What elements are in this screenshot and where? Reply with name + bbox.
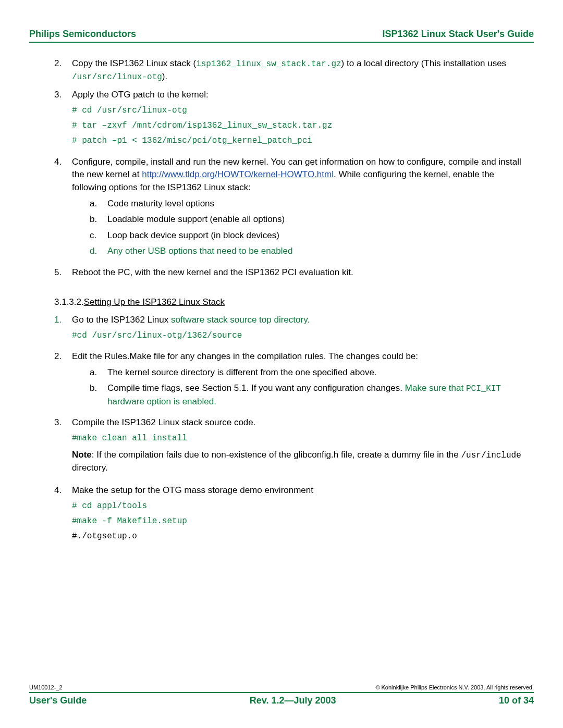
header-left: Philips Semiconductors (29, 29, 136, 40)
list-body: Make the setup for the OTG mass storage … (72, 484, 529, 546)
sub-letter: b. (90, 213, 107, 226)
list-number: 4. (54, 156, 72, 261)
footer-bottom: User's Guide Rev. 1.2—July 2003 10 of 34 (29, 693, 534, 706)
list-number: 2. (54, 350, 72, 411)
text: ) to a local directory (This installatio… (341, 58, 507, 68)
list-item-4: 4. Configure, compile, install and run t… (54, 156, 529, 261)
copyright: © Koninklijke Philips Electronics N.V. 2… (375, 684, 534, 690)
list-body: Edit the Rules.Make file for any changes… (72, 350, 529, 411)
sub-item-b: b. Compile time flags, see Section 5.1. … (90, 382, 529, 408)
sub-item-d: d. Any other USB options that need to be… (90, 245, 529, 258)
list-item-b4: 4. Make the setup for the OTG mass stora… (54, 484, 529, 546)
sub-letter: b. (90, 382, 107, 408)
list-body: Apply the OTG patch to the kernel: # cd … (72, 89, 529, 150)
doc-id: UM10012-_2 (29, 684, 63, 690)
code-line: #make clean all install (72, 433, 529, 445)
page-footer: UM10012-_2 © Koninklijke Philips Electro… (29, 684, 534, 706)
note-label: Note (72, 450, 92, 460)
code-inline: /usr/include (461, 451, 521, 460)
text: Apply the OTG patch to the kernel: (72, 89, 529, 102)
footer-top: UM10012-_2 © Koninklijke Philips Electro… (29, 684, 534, 693)
list-number: 3. (54, 416, 72, 479)
code-inline: isp1362_linux_sw_stack.tar.gz (196, 59, 341, 69)
code-line: # patch –p1 < 1362/misc/pci/otg_kernel_p… (72, 135, 529, 147)
section-number: 3.1.3.2. (54, 297, 84, 307)
page-header: Philips Semiconductors ISP1362 Linux Sta… (29, 29, 534, 43)
kernel-howto-link[interactable]: http://www.tldp.org/HOWTO/kernel-HOWTO.h… (142, 169, 334, 179)
list-item-b3: 3. Compile the ISP1362 Linux stack sourc… (54, 416, 529, 479)
list-body: Reboot the PC, with the new kernel and t… (72, 266, 529, 279)
list-body: Configure, compile, install and run the … (72, 156, 529, 261)
text: Copy the ISP1362 Linux stack ( (72, 58, 196, 68)
sub-body: Loop back device support (in block devic… (107, 229, 529, 242)
sub-body: Code maturity level options (107, 198, 529, 211)
code-line: #make -f Makefile.setup (72, 515, 529, 527)
text-green: software stack source top directory. (171, 315, 310, 325)
sub-letter: d. (90, 245, 107, 258)
header-right: ISP1362 Linux Stack User's Guide (383, 29, 534, 40)
text: Edit the Rules.Make file for any changes… (72, 350, 529, 363)
sub-item-a: a. The kernel source directory is differ… (90, 366, 529, 379)
list-item-2: 2. Copy the ISP1362 Linux stack (isp1362… (54, 57, 529, 83)
text: Compile the ISP1362 Linux stack source c… (72, 416, 529, 429)
sub-item-c: c. Loop back device support (in block de… (90, 229, 529, 242)
list-item-5: 5. Reboot the PC, with the new kernel an… (54, 266, 529, 279)
sub-letter: c. (90, 229, 107, 242)
footer-center: Rev. 1.2—July 2003 (250, 695, 336, 706)
text: : If the compilation fails due to non-ex… (92, 450, 461, 460)
text: ). (162, 71, 167, 81)
sub-body: Loadable module support (enable all opti… (107, 213, 529, 226)
sub-body: Compile time flags, see Section 5.1. If … (107, 382, 529, 408)
footer-left: User's Guide (29, 695, 87, 706)
code-inline: PCI_KIT (466, 384, 501, 393)
sub-body: Any other USB options that need to be en… (107, 245, 529, 258)
text-green: hardware option is enabled. (107, 397, 216, 406)
text-green: Make sure that (405, 383, 466, 393)
sub-letter: a. (90, 366, 107, 379)
list-number: 4. (54, 484, 72, 546)
text: Go to the ISP1362 Linux (72, 315, 171, 325)
list-item-b1: 1. Go to the ISP1362 Linux software stac… (54, 314, 529, 345)
sub-item-b: b. Loadable module support (enable all o… (90, 213, 529, 226)
footer-right: 10 of 34 (499, 695, 534, 706)
list-body: Copy the ISP1362 Linux stack (isp1362_li… (72, 57, 529, 83)
list-number: 2. (54, 57, 72, 83)
sub-body: The kernel source directory is different… (107, 366, 529, 379)
sub-item-a: a. Code maturity level options (90, 198, 529, 211)
list-item-3: 3. Apply the OTG patch to the kernel: # … (54, 89, 529, 150)
note: Note: If the compilation fails due to no… (72, 449, 529, 475)
text: directory. (72, 463, 108, 473)
section-heading: 3.1.3.2.Setting Up the ISP1362 Linux Sta… (54, 296, 529, 309)
list-number: 5. (54, 266, 72, 279)
code-line: # cd appl/tools (72, 500, 529, 512)
code-line: # cd /usr/src/linux-otg (72, 105, 529, 117)
text: Make the setup for the OTG mass storage … (72, 484, 529, 497)
list-item-b2: 2. Edit the Rules.Make file for any chan… (54, 350, 529, 411)
code-inline: /usr/src/linux-otg (72, 72, 162, 82)
list-number: 3. (54, 89, 72, 150)
list-body: Compile the ISP1362 Linux stack source c… (72, 416, 529, 479)
text: Compile time flags, see Section 5.1. If … (107, 383, 405, 393)
list-number: 1. (54, 314, 72, 345)
code-line: #cd /usr/src/linux-otg/1362/source (72, 330, 529, 342)
section-title: Setting Up the ISP1362 Linux Stack (84, 297, 225, 307)
code-line: # tar –zxvf /mnt/cdrom/isp1362_linux_sw_… (72, 120, 529, 132)
page-body: 2. Copy the ISP1362 Linux stack (isp1362… (29, 57, 534, 546)
list-body: Go to the ISP1362 Linux software stack s… (72, 314, 529, 345)
sub-letter: a. (90, 198, 107, 211)
code-line: #./otgsetup.o (72, 530, 529, 542)
